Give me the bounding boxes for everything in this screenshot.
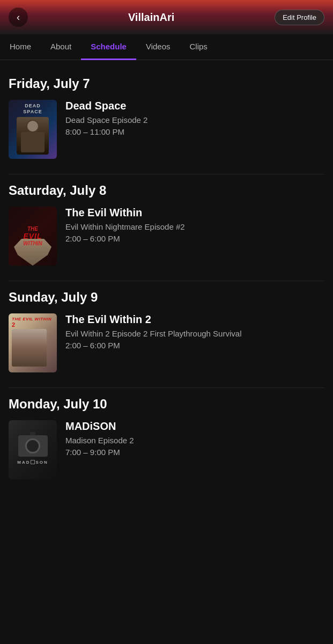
time-dead-space: 8:00 – 11:00 PM	[65, 127, 324, 136]
tab-home[interactable]: Home	[0, 34, 41, 60]
schedule-item-madison[interactable]: MADSON MADiSON Madison Episode 2 7:00 – …	[9, 420, 324, 479]
schedule-info-madison: MADiSON Madison Episode 2 7:00 – 9:00 PM	[65, 420, 324, 457]
time-evil-within: 2:00 – 6:00 PM	[65, 234, 324, 243]
divider-3	[9, 387, 324, 388]
tab-videos[interactable]: Videos	[136, 34, 180, 60]
day-header-sunday: Sunday, July 9	[9, 290, 324, 305]
day-header-saturday: Saturday, July 8	[9, 183, 324, 198]
episode-dead-space: Dead Space Episode 2	[65, 114, 324, 126]
time-evil-within-2: 2:00 – 6:00 PM	[65, 341, 324, 350]
schedule-item-evil-within[interactable]: THE EVIL WITHIN The Evil Within Evil Wit…	[9, 207, 324, 266]
day-section-friday: Friday, July 7 DEADSPACE Dead Space Dead…	[9, 76, 324, 159]
thumb-figure-evil-within-2	[12, 329, 47, 367]
day-header-monday: Monday, July 10	[9, 397, 324, 412]
schedule-info-evil-within: The Evil Within Evil Within Nightmare Ep…	[65, 207, 324, 243]
divider-2	[9, 281, 324, 281]
nav-tabs: Home About Schedule Videos Clips	[0, 34, 333, 60]
tab-clips[interactable]: Clips	[180, 34, 217, 60]
episode-madison: Madison Episode 2	[65, 435, 324, 446]
schedule-item-dead-space[interactable]: DEADSPACE Dead Space Dead Space Episode …	[9, 100, 324, 159]
game-name-evil-within-2: The Evil Within 2	[65, 313, 324, 326]
day-section-sunday: Sunday, July 9 THE EVIL WITHIN 2 The Evi…	[9, 290, 324, 372]
game-name-dead-space: Dead Space	[65, 100, 324, 112]
day-section-saturday: Saturday, July 8 THE EVIL WITHIN The Evi…	[9, 183, 324, 266]
day-section-monday: Monday, July 10 MADSON MADiSON Madison E…	[9, 397, 324, 479]
game-name-evil-within: The Evil Within	[65, 207, 324, 219]
episode-evil-within-2: Evil Within 2 Episode 2 First Playthroug…	[65, 328, 324, 339]
thumb-title-madison: MADSON	[17, 460, 48, 465]
time-madison: 7:00 – 9:00 PM	[65, 448, 324, 457]
schedule-content: Friday, July 7 DEADSPACE Dead Space Dead…	[0, 60, 333, 505]
thumb-content-evil-within: THE EVIL WITHIN	[23, 226, 42, 246]
header-top: ‹ VillainAri Edit Profile	[9, 8, 324, 34]
back-button[interactable]: ‹	[9, 8, 28, 27]
thumb-camera-madison	[18, 435, 48, 457]
thumbnail-evil-within-2: THE EVIL WITHIN 2	[9, 313, 57, 372]
episode-evil-within: Evil Within Nightmare Episode #2	[65, 221, 324, 232]
tab-schedule[interactable]: Schedule	[81, 34, 136, 60]
username: VillainAri	[28, 11, 275, 24]
thumbnail-madison: MADSON	[9, 420, 57, 479]
thumb-figure-dead-space	[17, 117, 49, 155]
schedule-info-evil-within-2: The Evil Within 2 Evil Within 2 Episode …	[65, 313, 324, 350]
divider-1	[9, 174, 324, 174]
edit-profile-button[interactable]: Edit Profile	[275, 10, 324, 25]
day-header-friday: Friday, July 7	[9, 76, 324, 91]
thumbnail-evil-within: THE EVIL WITHIN	[9, 207, 57, 266]
thumbnail-dead-space: DEADSPACE	[9, 100, 57, 159]
game-name-madison: MADiSON	[65, 420, 324, 433]
schedule-info-dead-space: Dead Space Dead Space Episode 2 8:00 – 1…	[65, 100, 324, 136]
tab-about[interactable]: About	[41, 34, 81, 60]
header: ‹ VillainAri Edit Profile	[0, 0, 333, 34]
schedule-item-evil-within-2[interactable]: THE EVIL WITHIN 2 The Evil Within 2 Evil…	[9, 313, 324, 372]
thumb-title-dead-space: DEADSPACE	[23, 103, 42, 115]
